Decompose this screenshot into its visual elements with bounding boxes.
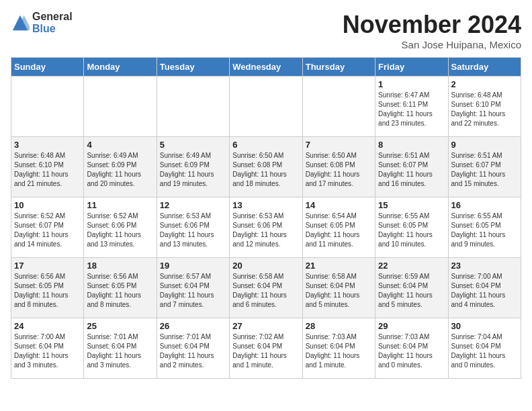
calendar-cell: 25Sunrise: 7:01 AM Sunset: 6:04 PM Dayli… bbox=[84, 318, 157, 379]
calendar-cell: 1Sunrise: 6:47 AM Sunset: 6:11 PM Daylig… bbox=[375, 77, 448, 137]
weekday-header-row: SundayMondayTuesdayWednesdayThursdayFrid… bbox=[11, 58, 521, 77]
day-info: Sunrise: 6:47 AM Sunset: 6:11 PM Dayligh… bbox=[378, 91, 445, 128]
calendar-cell: 16Sunrise: 6:55 AM Sunset: 6:05 PM Dayli… bbox=[448, 197, 521, 258]
day-info: Sunrise: 6:51 AM Sunset: 6:07 PM Dayligh… bbox=[378, 151, 445, 189]
weekday-header-thursday: Thursday bbox=[302, 58, 375, 77]
day-number: 4 bbox=[87, 140, 153, 150]
day-number: 19 bbox=[160, 261, 226, 271]
calendar-cell: 27Sunrise: 7:02 AM Sunset: 6:04 PM Dayli… bbox=[230, 318, 302, 379]
calendar-cell: 15Sunrise: 6:55 AM Sunset: 6:05 PM Dayli… bbox=[375, 197, 448, 258]
calendar-cell: 5Sunrise: 6:49 AM Sunset: 6:09 PM Daylig… bbox=[157, 137, 229, 197]
calendar-cell bbox=[230, 77, 302, 137]
logo-icon bbox=[11, 13, 30, 32]
calendar-cell: 3Sunrise: 6:48 AM Sunset: 6:10 PM Daylig… bbox=[11, 137, 84, 197]
day-number: 25 bbox=[87, 321, 153, 331]
day-number: 26 bbox=[160, 321, 226, 331]
day-info: Sunrise: 6:59 AM Sunset: 6:04 PM Dayligh… bbox=[378, 272, 445, 310]
day-number: 27 bbox=[232, 321, 299, 331]
calendar-cell: 21Sunrise: 6:58 AM Sunset: 6:04 PM Dayli… bbox=[302, 258, 375, 318]
logo: General Blue bbox=[11, 11, 73, 34]
calendar-cell bbox=[302, 77, 375, 137]
day-number: 15 bbox=[378, 200, 445, 210]
day-number: 23 bbox=[451, 261, 518, 271]
title-block: November 2024 San Jose Huipana, Mexico bbox=[343, 11, 521, 50]
day-info: Sunrise: 6:49 AM Sunset: 6:09 PM Dayligh… bbox=[160, 151, 226, 189]
day-number: 7 bbox=[306, 140, 372, 150]
calendar-week-row: 1Sunrise: 6:47 AM Sunset: 6:11 PM Daylig… bbox=[11, 77, 521, 137]
day-info: Sunrise: 7:04 AM Sunset: 6:04 PM Dayligh… bbox=[451, 332, 518, 370]
day-number: 20 bbox=[232, 261, 299, 271]
day-number: 22 bbox=[378, 261, 445, 271]
calendar-week-row: 17Sunrise: 6:56 AM Sunset: 6:05 PM Dayli… bbox=[11, 258, 521, 318]
calendar-cell: 12Sunrise: 6:53 AM Sunset: 6:06 PM Dayli… bbox=[157, 197, 229, 258]
logo-blue: Blue bbox=[32, 23, 73, 35]
day-number: 18 bbox=[87, 261, 153, 271]
calendar-cell: 22Sunrise: 6:59 AM Sunset: 6:04 PM Dayli… bbox=[375, 258, 448, 318]
calendar-cell: 29Sunrise: 7:03 AM Sunset: 6:04 PM Dayli… bbox=[375, 318, 448, 379]
day-number: 9 bbox=[451, 140, 518, 150]
day-info: Sunrise: 6:58 AM Sunset: 6:04 PM Dayligh… bbox=[232, 272, 299, 310]
day-number: 16 bbox=[451, 200, 518, 210]
day-info: Sunrise: 7:01 AM Sunset: 6:04 PM Dayligh… bbox=[160, 332, 226, 370]
calendar-table: SundayMondayTuesdayWednesdayThursdayFrid… bbox=[11, 57, 521, 379]
calendar-header: SundayMondayTuesdayWednesdayThursdayFrid… bbox=[11, 58, 521, 77]
day-info: Sunrise: 6:55 AM Sunset: 6:05 PM Dayligh… bbox=[378, 212, 445, 249]
day-info: Sunrise: 6:57 AM Sunset: 6:04 PM Dayligh… bbox=[160, 272, 226, 310]
day-info: Sunrise: 6:48 AM Sunset: 6:10 PM Dayligh… bbox=[14, 151, 81, 189]
calendar-cell: 13Sunrise: 6:53 AM Sunset: 6:06 PM Dayli… bbox=[230, 197, 302, 258]
month-title: November 2024 bbox=[343, 11, 521, 39]
day-number: 5 bbox=[160, 140, 226, 150]
day-info: Sunrise: 6:52 AM Sunset: 6:07 PM Dayligh… bbox=[14, 212, 81, 249]
day-number: 3 bbox=[14, 140, 81, 150]
calendar-cell bbox=[84, 77, 157, 137]
calendar-week-row: 24Sunrise: 7:00 AM Sunset: 6:04 PM Dayli… bbox=[11, 318, 521, 379]
weekday-header-sunday: Sunday bbox=[11, 58, 84, 77]
day-info: Sunrise: 7:00 AM Sunset: 6:04 PM Dayligh… bbox=[451, 272, 518, 310]
calendar-cell: 17Sunrise: 6:56 AM Sunset: 6:05 PM Dayli… bbox=[11, 258, 84, 318]
day-number: 6 bbox=[232, 140, 299, 150]
calendar-cell: 28Sunrise: 7:03 AM Sunset: 6:04 PM Dayli… bbox=[302, 318, 375, 379]
calendar-cell: 10Sunrise: 6:52 AM Sunset: 6:07 PM Dayli… bbox=[11, 197, 84, 258]
calendar-cell: 18Sunrise: 6:56 AM Sunset: 6:05 PM Dayli… bbox=[84, 258, 157, 318]
calendar-cell: 30Sunrise: 7:04 AM Sunset: 6:04 PM Dayli… bbox=[448, 318, 521, 379]
day-number: 14 bbox=[306, 200, 372, 210]
day-info: Sunrise: 6:49 AM Sunset: 6:09 PM Dayligh… bbox=[87, 151, 153, 189]
day-info: Sunrise: 7:03 AM Sunset: 6:04 PM Dayligh… bbox=[378, 332, 445, 370]
logo-general: General bbox=[32, 11, 73, 23]
day-info: Sunrise: 6:58 AM Sunset: 6:04 PM Dayligh… bbox=[306, 272, 372, 310]
day-number: 1 bbox=[378, 79, 445, 89]
calendar-cell: 11Sunrise: 6:52 AM Sunset: 6:06 PM Dayli… bbox=[84, 197, 157, 258]
day-info: Sunrise: 7:03 AM Sunset: 6:04 PM Dayligh… bbox=[306, 332, 372, 370]
day-info: Sunrise: 6:51 AM Sunset: 6:07 PM Dayligh… bbox=[451, 151, 518, 189]
calendar-week-row: 3Sunrise: 6:48 AM Sunset: 6:10 PM Daylig… bbox=[11, 137, 521, 197]
weekday-header-monday: Monday bbox=[84, 58, 157, 77]
page-header: General Blue November 2024 San Jose Huip… bbox=[11, 11, 521, 50]
weekday-header-tuesday: Tuesday bbox=[157, 58, 229, 77]
day-info: Sunrise: 7:01 AM Sunset: 6:04 PM Dayligh… bbox=[87, 332, 153, 370]
day-number: 10 bbox=[14, 200, 81, 210]
day-info: Sunrise: 6:50 AM Sunset: 6:08 PM Dayligh… bbox=[306, 151, 372, 189]
calendar-cell: 4Sunrise: 6:49 AM Sunset: 6:09 PM Daylig… bbox=[84, 137, 157, 197]
calendar-cell bbox=[11, 77, 84, 137]
calendar-cell: 7Sunrise: 6:50 AM Sunset: 6:08 PM Daylig… bbox=[302, 137, 375, 197]
day-info: Sunrise: 6:52 AM Sunset: 6:06 PM Dayligh… bbox=[87, 212, 153, 249]
calendar-cell: 19Sunrise: 6:57 AM Sunset: 6:04 PM Dayli… bbox=[157, 258, 229, 318]
day-number: 21 bbox=[306, 261, 372, 271]
calendar-cell: 6Sunrise: 6:50 AM Sunset: 6:08 PM Daylig… bbox=[230, 137, 302, 197]
calendar-cell bbox=[157, 77, 229, 137]
calendar-body: 1Sunrise: 6:47 AM Sunset: 6:11 PM Daylig… bbox=[11, 77, 521, 379]
day-info: Sunrise: 6:50 AM Sunset: 6:08 PM Dayligh… bbox=[232, 151, 299, 189]
calendar-cell: 9Sunrise: 6:51 AM Sunset: 6:07 PM Daylig… bbox=[448, 137, 521, 197]
calendar-cell: 23Sunrise: 7:00 AM Sunset: 6:04 PM Dayli… bbox=[448, 258, 521, 318]
day-number: 30 bbox=[451, 321, 518, 331]
calendar-cell: 26Sunrise: 7:01 AM Sunset: 6:04 PM Dayli… bbox=[157, 318, 229, 379]
day-number: 29 bbox=[378, 321, 445, 331]
day-number: 2 bbox=[451, 79, 518, 89]
day-number: 17 bbox=[14, 261, 81, 271]
day-info: Sunrise: 7:02 AM Sunset: 6:04 PM Dayligh… bbox=[232, 332, 299, 370]
weekday-header-wednesday: Wednesday bbox=[230, 58, 302, 77]
day-info: Sunrise: 6:56 AM Sunset: 6:05 PM Dayligh… bbox=[87, 272, 153, 310]
calendar-cell: 14Sunrise: 6:54 AM Sunset: 6:05 PM Dayli… bbox=[302, 197, 375, 258]
day-number: 28 bbox=[306, 321, 372, 331]
day-number: 8 bbox=[378, 140, 445, 150]
